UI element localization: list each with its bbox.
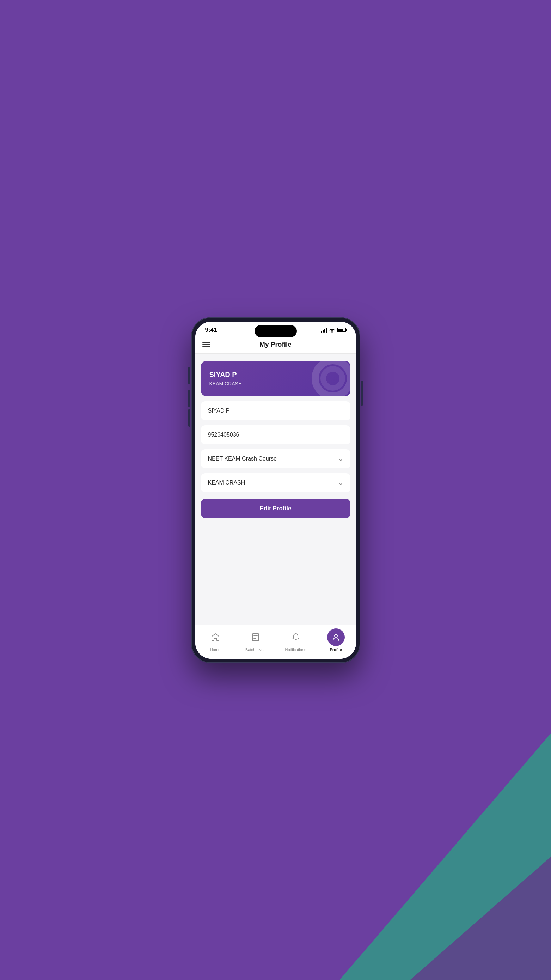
profile-nav-label: Profile — [330, 648, 341, 652]
batch-lives-icon-wrap — [247, 628, 264, 646]
notifications-icon-wrap — [287, 628, 305, 646]
status-bar: 9:41 — [195, 321, 356, 336]
status-icons — [321, 328, 346, 332]
svg-point-0 — [332, 332, 332, 332]
home-nav-label: Home — [210, 648, 220, 652]
profile-icon-wrap — [327, 628, 345, 646]
wifi-icon — [329, 328, 335, 332]
phone-mockup: 9:41 — [191, 317, 360, 663]
bottom-nav: Home Batch Lives — [195, 625, 356, 659]
hamburger-menu-icon[interactable] — [202, 342, 210, 347]
notifications-nav-label: Notifications — [285, 648, 306, 652]
bell-icon — [291, 633, 300, 642]
edit-profile-button[interactable]: Edit Profile — [201, 499, 351, 519]
profile-card-course: KEAM CRASH — [210, 381, 342, 387]
course-field-value: NEET KEAM Crash Course — [208, 456, 277, 462]
name-field: SIYAD P — [201, 401, 351, 420]
profile-card-name: SIYAD P — [210, 371, 342, 379]
app-header: My Profile — [195, 336, 356, 354]
name-field-value: SIYAD P — [208, 408, 230, 414]
batch-lives-icon — [251, 633, 260, 642]
profile-icon — [331, 633, 341, 642]
signal-icon — [321, 328, 327, 332]
phone-field-value: 9526405036 — [208, 432, 239, 438]
nav-item-batch-lives[interactable]: Batch Lives — [235, 628, 276, 652]
phone-screen: 9:41 — [195, 321, 356, 659]
course-dropdown[interactable]: NEET KEAM Crash Course ⌄ — [201, 449, 351, 468]
chevron-down-icon: ⌄ — [338, 456, 343, 462]
nav-item-home[interactable]: Home — [195, 628, 235, 652]
app-content: SIYAD P KEAM CRASH SIYAD P 9526405036 NE… — [195, 354, 356, 625]
phone-frame: 9:41 — [191, 317, 360, 663]
batch-lives-nav-label: Batch Lives — [245, 648, 265, 652]
dynamic-island — [254, 325, 297, 337]
status-time: 9:41 — [205, 326, 217, 334]
battery-icon — [337, 328, 346, 332]
nav-item-notifications[interactable]: Notifications — [276, 628, 316, 652]
batch-dropdown[interactable]: KEAM CRASH ⌄ — [201, 473, 351, 492]
page-title: My Profile — [259, 340, 292, 348]
nav-item-profile[interactable]: Profile — [316, 628, 356, 652]
batch-field-value: KEAM CRASH — [208, 480, 245, 486]
svg-point-2 — [335, 635, 337, 637]
chevron-down-icon: ⌄ — [338, 480, 343, 486]
phone-field: 9526405036 — [201, 425, 351, 444]
home-icon — [211, 633, 220, 642]
home-icon-wrap — [206, 628, 224, 646]
profile-card: SIYAD P KEAM CRASH — [201, 361, 351, 396]
